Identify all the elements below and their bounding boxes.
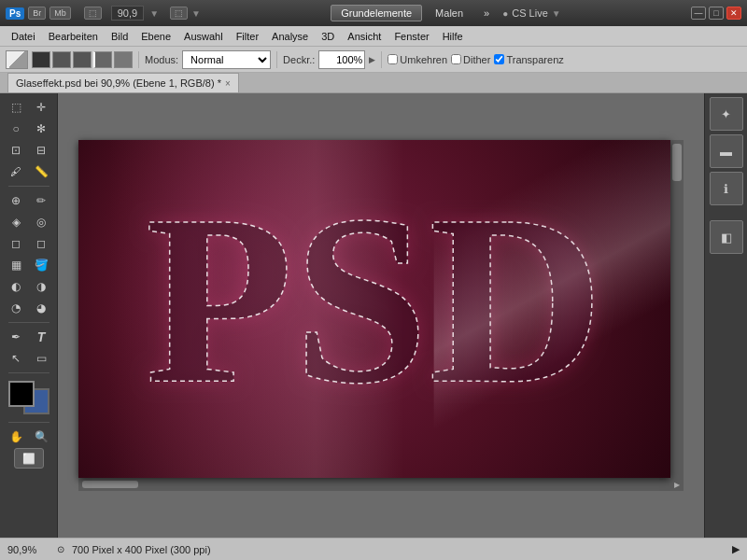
tool-row-dodge-burn: ◔ ◕ [4, 298, 54, 318]
clone-tool[interactable]: ◈ [4, 212, 29, 232]
menu-bild[interactable]: Bild [106, 29, 134, 44]
tool-row-hand-zoom: ✋ 🔍 [4, 427, 54, 447]
minimize-button[interactable]: — [691, 7, 706, 20]
zoom-tool[interactable]: 🔍 [29, 427, 54, 447]
opacity-label: Deckr.: [283, 54, 315, 65]
menu-auswahl[interactable]: Auswahl [178, 29, 229, 44]
invert-checkbox[interactable] [388, 54, 398, 64]
status-bar: 90,9% ⊙ 700 Pixel x 400 Pixel (300 ppi) … [0, 538, 747, 560]
psd-drawing [78, 140, 670, 478]
horizontal-scroll-thumb[interactable] [82, 481, 138, 488]
menubar: Datei Bearbeiten Bild Ebene Auswahl Filt… [0, 26, 747, 47]
screen-mode-button[interactable]: ⬜ [14, 448, 44, 469]
blend-option-3[interactable] [73, 51, 92, 68]
workspace-buttons: Grundelemente Malen » ● CS Live ▼ [331, 5, 560, 21]
close-button[interactable]: ✕ [726, 7, 741, 20]
blur-tool[interactable]: ◐ [4, 276, 29, 297]
dither-checkbox[interactable] [451, 54, 461, 64]
workspace-malen[interactable]: Malen [428, 6, 471, 21]
menu-datei[interactable]: Datei [6, 29, 41, 44]
workspace-grundelemente[interactable]: Grundelemente [331, 5, 422, 21]
slice-tool[interactable]: ⊟ [29, 140, 54, 161]
hand-tool[interactable]: ✋ [4, 427, 29, 447]
crop-tool[interactable]: ⊡ [4, 140, 29, 161]
menu-bearbeiten[interactable]: Bearbeiten [43, 29, 104, 44]
transparency-checkbox-label[interactable]: Transparenz [494, 54, 563, 65]
history-tool[interactable]: ◎ [29, 212, 54, 232]
tool-row-blur-sharpen: ◐ ◑ [4, 276, 54, 297]
blend-option-2[interactable] [52, 51, 71, 68]
info-panel-button[interactable]: ℹ [710, 172, 743, 205]
text-tool[interactable]: T [29, 327, 54, 347]
dodge-tool[interactable]: ◔ [4, 298, 29, 318]
mini-bridge-button[interactable]: Mb [49, 7, 71, 20]
canvas-mode-button[interactable]: ⬚ [84, 7, 102, 20]
blend-option-5[interactable] [114, 51, 133, 68]
tool-row-path-shape: ↖ ▭ [4, 348, 54, 369]
cs-live[interactable]: ● CS Live ▼ [502, 7, 560, 19]
ps-logo: Ps [6, 7, 24, 20]
transparency-checkbox[interactable] [494, 54, 504, 64]
shape-tool[interactable]: ▭ [29, 348, 54, 369]
menu-hilfe[interactable]: Hilfe [437, 29, 469, 44]
zoom-display: 90,9 [111, 6, 144, 21]
layers-panel-button[interactable]: ◧ [710, 220, 743, 254]
brush-tool[interactable]: ✏ [29, 190, 54, 211]
bridge-button[interactable]: Br [28, 7, 46, 20]
dither-checkbox-label[interactable]: Dither [451, 54, 490, 65]
bg-eraser-tool[interactable]: ◻ [29, 233, 54, 254]
status-icon[interactable]: ⊙ [57, 544, 64, 554]
options-divider-1 [138, 51, 139, 68]
foreground-swatch[interactable] [6, 50, 28, 69]
workspace-more[interactable]: » [476, 6, 497, 21]
histogram-panel-button[interactable]: ▬ [710, 134, 743, 168]
path-selection-tool[interactable]: ↖ [4, 348, 29, 369]
burn-tool[interactable]: ◕ [29, 298, 54, 318]
lasso-tool[interactable]: ○ [4, 119, 29, 139]
magic-wand-tool[interactable]: ✻ [29, 119, 54, 139]
measure-tool[interactable]: 📏 [29, 161, 54, 182]
document-tab[interactable]: Glaseffekt.psd bei 90,9% (Ebene 1, RGB/8… [7, 73, 239, 92]
blend-option-1[interactable] [32, 51, 50, 68]
menu-analyse[interactable]: Analyse [266, 29, 314, 44]
marquee-tool[interactable]: ⬚ [4, 97, 29, 118]
menu-fenster[interactable]: Fenster [388, 29, 434, 44]
menu-ebene[interactable]: Ebene [135, 29, 176, 44]
menu-filter[interactable]: Filter [231, 29, 264, 44]
scroll-corner[interactable]: ▶ [670, 478, 684, 491]
vertical-scrollbar[interactable] [670, 140, 684, 478]
tool-row-lasso-wand: ○ ✻ [4, 119, 54, 139]
toolbar-divider-3 [8, 372, 49, 373]
maximize-button[interactable]: □ [709, 7, 724, 20]
options-divider-2 [276, 51, 277, 68]
sharpen-tool[interactable]: ◑ [29, 276, 54, 297]
tab-close-button[interactable]: × [225, 78, 231, 89]
bucket-tool[interactable]: 🪣 [29, 255, 54, 275]
pen-tool[interactable]: ✒ [4, 327, 29, 347]
tool-row-marquee-move: ⬚ ✛ [4, 97, 54, 118]
opacity-arrow[interactable]: ▶ [369, 55, 375, 64]
eyedropper-tool[interactable]: 🖋 [4, 161, 29, 182]
blend-mode-select[interactable]: Normal Auflösen Multiplizieren [182, 50, 271, 69]
foreground-color-swatch[interactable] [8, 381, 35, 407]
gradient-tool[interactable]: ▦ [4, 255, 29, 275]
tool-row-eraser: ◻ ◻ [4, 233, 54, 254]
tool-row-pen-text: ✒ T [4, 327, 54, 347]
navigator-panel-button[interactable]: ✦ [710, 97, 743, 131]
vertical-scroll-thumb[interactable] [672, 144, 682, 181]
move-tool[interactable]: ✛ [29, 97, 54, 118]
menu-3d[interactable]: 3D [316, 29, 340, 44]
zoom-dropdown-arrow[interactable]: ▼ [149, 8, 159, 19]
healing-tool[interactable]: ⊕ [4, 190, 29, 211]
screen-mode-arrow[interactable]: ▼ [191, 8, 201, 19]
blend-option-4[interactable] [93, 51, 112, 68]
screen-mode-button[interactable]: ⬚ [170, 7, 188, 20]
opacity-input[interactable] [318, 50, 365, 69]
status-arrow[interactable]: ▶ [732, 543, 740, 555]
blend-previews [32, 51, 133, 68]
titlebar: Ps Br Mb ⬚ 90,9 ▼ ⬚ ▼ Grundelemente Male… [0, 0, 747, 26]
eraser-tool[interactable]: ◻ [4, 233, 29, 254]
menu-ansicht[interactable]: Ansicht [342, 29, 387, 44]
invert-checkbox-label[interactable]: Umkehren [388, 54, 447, 65]
horizontal-scrollbar[interactable] [78, 478, 670, 491]
